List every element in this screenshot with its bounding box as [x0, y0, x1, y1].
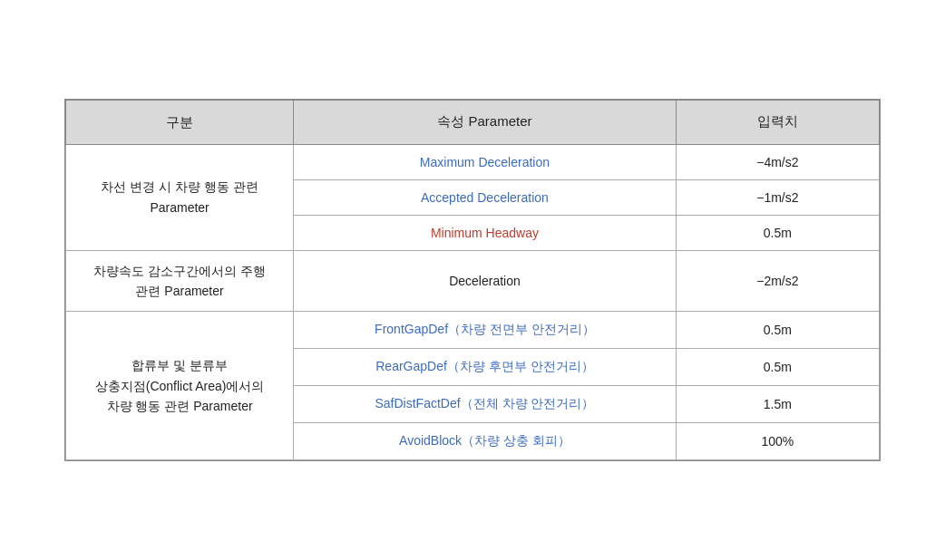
table-row: 합류부 및 분류부상충지점(Conflict Area)에서의차량 행동 관련 … — [66, 312, 880, 349]
parameter-table: 구분 속성 Parameter 입력치 차선 변경 시 차량 행동 관련Para… — [65, 100, 880, 461]
main-table-container: 구분 속성 Parameter 입력치 차선 변경 시 차량 행동 관련Para… — [64, 99, 881, 462]
header-param: 속성 Parameter — [294, 100, 677, 144]
param-cell: RearGapDef（차량 후면부 안전거리） — [294, 349, 677, 386]
value-cell: 0.5m — [676, 349, 879, 386]
table-row: 차선 변경 시 차량 행동 관련ParameterMaximum Deceler… — [66, 144, 880, 179]
value-cell: 100% — [676, 423, 879, 460]
value-cell: −2m/s2 — [676, 250, 879, 312]
category-cell-2: 합류부 및 분류부상충지점(Conflict Area)에서의차량 행동 관련 … — [66, 312, 294, 460]
value-cell: −1m/s2 — [676, 179, 879, 215]
table-row: 차량속도 감소구간에서의 주행관련 ParameterDeceleration−… — [66, 250, 880, 312]
category-cell-0: 차선 변경 시 차량 행동 관련Parameter — [66, 144, 294, 250]
category-cell-1: 차량속도 감소구간에서의 주행관련 Parameter — [66, 250, 294, 312]
param-cell: Accepted Deceleration — [294, 179, 677, 215]
param-cell: FrontGapDef（차량 전면부 안전거리） — [294, 312, 677, 349]
value-cell: 1.5m — [676, 386, 879, 423]
param-cell: Deceleration — [294, 250, 677, 312]
value-cell: 0.5m — [676, 312, 879, 349]
header-category: 구분 — [66, 100, 294, 144]
param-cell: AvoidBlock（차량 상충 회피） — [294, 423, 677, 460]
param-cell: Maximum Deceleration — [294, 144, 677, 179]
value-cell: 0.5m — [676, 215, 879, 250]
value-cell: −4m/s2 — [676, 144, 879, 179]
param-cell: SafDistFactDef（전체 차량 안전거리） — [294, 386, 677, 423]
param-cell: Minimum Headway — [294, 215, 677, 250]
header-value: 입력치 — [676, 100, 879, 144]
